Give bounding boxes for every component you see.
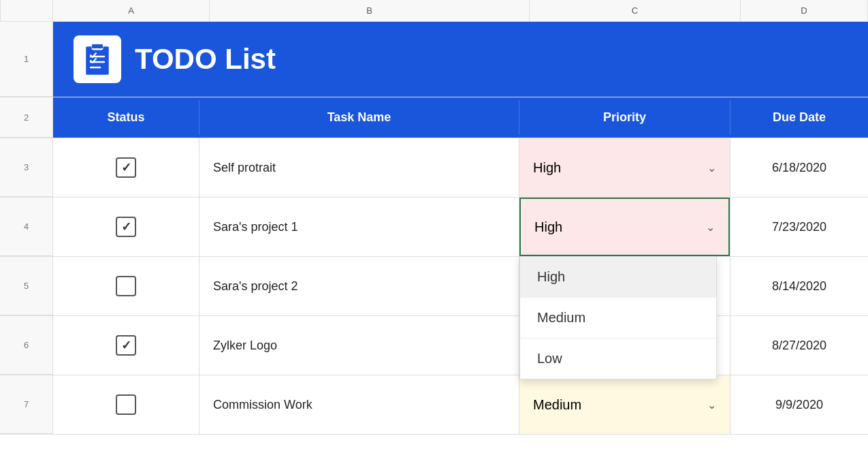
row-num-5: 5 [0, 257, 53, 315]
app-title: TODO List [135, 43, 276, 76]
column-letter-headers: A B C D [0, 0, 868, 22]
data-row-4: 4 Sara's project 1 High ⌄ High Medium [0, 198, 868, 257]
row-6-cells: Zylker Logo 8/27/2020 [53, 316, 868, 375]
data-row-5: 5 Sara's project 2 8/14/2020 [0, 257, 868, 316]
priority-value-7: Medium [533, 397, 581, 413]
chevron-icon-7: ⌄ [707, 399, 716, 411]
row-num-3: 3 [0, 138, 53, 197]
checkbox-7[interactable] [116, 394, 136, 415]
dropdown-option-medium[interactable]: Medium [520, 298, 716, 339]
checkbox-6[interactable] [116, 335, 136, 356]
row-num-4: 4 [0, 198, 53, 256]
col-priority-label: Priority [519, 100, 730, 135]
svg-rect-2 [92, 44, 103, 48]
priority-value-4: High [534, 219, 562, 235]
priority-dropdown-3[interactable]: High ⌄ [519, 138, 730, 197]
clipboard-checklist-icon [81, 42, 114, 77]
chevron-icon-4: ⌄ [706, 221, 715, 234]
svg-rect-0 [85, 46, 110, 76]
row-3-cells: Self protrait High ⌄ 6/18/2020 [53, 138, 868, 197]
due-cell-4: 7/23/2020 [730, 198, 868, 256]
row-5-cells: Sara's project 2 8/14/2020 [53, 257, 868, 315]
checkbox-4[interactable] [116, 217, 136, 237]
dropdown-option-low[interactable]: Low [520, 339, 716, 379]
row-num-spacer [0, 0, 53, 21]
row-num-1: 1 [0, 22, 53, 97]
due-cell-7: 9/9/2020 [730, 375, 868, 434]
col-taskname-label: Task Name [199, 100, 519, 135]
dropdown-option-high[interactable]: High [520, 257, 716, 298]
checkbox-5[interactable] [116, 276, 136, 296]
row-num-6: 6 [0, 316, 53, 375]
app-icon [74, 35, 121, 83]
status-cell-3[interactable] [53, 138, 199, 197]
priority-dropdown-4[interactable]: High ⌄ [519, 198, 730, 256]
priority-dropdown-7[interactable]: Medium ⌄ [519, 375, 730, 434]
chevron-icon-3: ⌄ [707, 161, 716, 174]
status-cell-4[interactable] [53, 198, 199, 256]
task-cell-5: Sara's project 2 [199, 257, 519, 315]
task-cell-3: Self protrait [199, 138, 519, 197]
header-banner: TODO List [53, 22, 868, 97]
status-cell-7[interactable] [53, 375, 199, 434]
priority-cell-4[interactable]: High ⌄ High Medium Low [519, 198, 730, 256]
header-row: 1 TODO List [0, 22, 868, 97]
col-letter-c: C [530, 0, 741, 21]
task-cell-7: Commission Work [199, 375, 519, 434]
status-cell-5[interactable] [53, 257, 199, 315]
column-labels: Status Task Name Priority Due Date [53, 97, 868, 138]
row-num-2: 2 [0, 97, 53, 138]
due-cell-3: 6/18/2020 [730, 138, 868, 197]
task-cell-4: Sara's project 1 [199, 198, 519, 256]
data-row-3: 3 Self protrait High ⌄ 6/18/2020 [0, 138, 868, 198]
row-4-cells: Sara's project 1 High ⌄ High Medium Low [53, 198, 868, 256]
priority-dropdown-menu: High Medium Low [519, 256, 717, 379]
col-letter-b: B [210, 0, 530, 21]
col-duedate-label: Due Date [730, 100, 868, 135]
checkbox-3[interactable] [116, 157, 136, 178]
column-labels-row: 2 Status Task Name Priority Due Date [0, 97, 868, 138]
priority-value-3: High [533, 160, 561, 176]
col-status-label: Status [53, 100, 199, 135]
row-7-cells: Commission Work Medium ⌄ 9/9/2020 [53, 375, 868, 434]
data-row-7: 7 Commission Work Medium ⌄ 9/9/2020 [0, 375, 868, 435]
data-row-6: 6 Zylker Logo 8/27/2020 [0, 316, 868, 375]
due-cell-5: 8/14/2020 [730, 257, 868, 315]
priority-cell-3[interactable]: High ⌄ [519, 138, 730, 197]
col-letter-a: A [53, 0, 210, 21]
row-num-7: 7 [0, 375, 53, 434]
col-letter-d: D [741, 0, 868, 21]
priority-cell-7[interactable]: Medium ⌄ [519, 375, 730, 434]
status-cell-6[interactable] [53, 316, 199, 375]
due-cell-6: 8/27/2020 [730, 316, 868, 375]
spreadsheet: A B C D 1 TODO List [0, 0, 868, 468]
task-cell-6: Zylker Logo [199, 316, 519, 375]
